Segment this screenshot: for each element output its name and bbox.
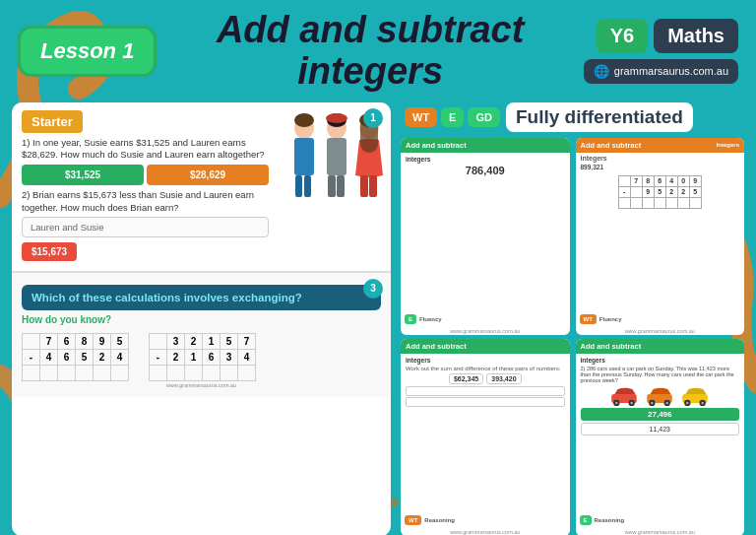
ws4-footer: www.grammarsaurus.com.au (576, 528, 745, 535)
ws1-footer: www.grammarsaurus.com.au (401, 327, 570, 335)
worksheet-column-1: Add and subtract integers 786,409 E Flue… (401, 138, 570, 535)
e-badge: E (441, 107, 464, 127)
right-panel: WT E GD Fully differentiated Add and sub… (401, 102, 744, 535)
ws1-subtitle: integers (406, 156, 565, 163)
car-icons (581, 386, 740, 406)
ws3-badge-row: WT Reasoning (401, 513, 570, 528)
lesson-badge: Lesson 1 (18, 26, 157, 77)
ws3-title: Add and subtract (406, 342, 467, 351)
ws2-body: 786409 - 95225 (576, 170, 745, 312)
ws4-answer1: 27,496 (581, 408, 740, 421)
ws4-body: integers 2) 286 cars used a car park on … (576, 354, 745, 513)
people-illustration (283, 110, 391, 252)
ws1-header: Add and subtract (401, 138, 570, 153)
lesson-slide-panel: 1 Starter 1) In one year, Susie earns $3… (12, 102, 391, 535)
worksheet-card-2: Add and subtract Integers integers 899,3… (576, 138, 745, 335)
svg-rect-20 (369, 175, 377, 197)
page-number-3: 3 (363, 279, 383, 299)
svg-rect-8 (294, 138, 314, 175)
ws2-badge-row: WT Fluency (576, 312, 745, 327)
main-title: Add and subtract integers (172, 10, 567, 93)
svg-rect-15 (337, 175, 345, 197)
ws4-header: Add and subtract (576, 339, 745, 354)
ws4-badge-label: Reasoning (595, 517, 625, 523)
website-badge: 🌐 grammarsaurus.com.au (584, 59, 738, 84)
diff-badge-section: WT E GD Fully differentiated (401, 102, 744, 132)
ws4-badge: E (580, 515, 592, 525)
header: Lesson 1 Add and subtract integers Y6 Ma… (0, 0, 756, 102)
svg-rect-13 (327, 138, 346, 175)
gd-badge: GD (468, 107, 500, 127)
badge-group: WT E GD (405, 107, 500, 127)
calc1: 76895 -46524 (22, 333, 129, 381)
ws3-badge-label: Reasoning (424, 517, 455, 523)
question1-text: 1) In one year, Susie earns $31,525 and … (22, 137, 269, 162)
ws4-badge-row: E Reasoning (576, 513, 745, 528)
ws3-header: Add and subtract (401, 339, 570, 354)
question3-sub: How do you know? (22, 314, 381, 325)
ws4-subtitle: integers (581, 357, 740, 364)
maths-badge: Maths (654, 19, 738, 53)
svg-point-11 (294, 113, 314, 127)
ws4-answer2: 11,423 (581, 423, 740, 435)
ws1-title: Add and subtract (406, 141, 467, 150)
question2-text: 2) Brian earns $15,673 less than Susie a… (22, 189, 269, 214)
ws1-badge-label: Fluency (419, 316, 442, 322)
svg-point-32 (666, 401, 669, 404)
ws2-table: 786409 - 95225 (618, 175, 702, 209)
answer-box: Lauren and Susie (22, 217, 269, 237)
ws4-question: 2) 286 cars used a car park on Sunday. T… (581, 366, 740, 383)
calc2: 32157 -21634 (149, 333, 256, 381)
question3-banner: Which of these calculations involves exc… (22, 285, 381, 310)
content-area: 1 Starter 1) In one year, Susie earns $3… (0, 102, 756, 535)
worksheet-card-1: Add and subtract integers 786,409 E Flue… (401, 138, 570, 335)
year-badge: Y6 (597, 19, 648, 53)
svg-rect-19 (360, 175, 368, 197)
money-bars: $31,525 $28,629 (22, 165, 269, 185)
worksheet-card-4: Add and subtract integers 2) 286 cars us… (576, 339, 745, 535)
fully-differentiated-label: Fully differentiated (506, 102, 693, 132)
website-text: grammarsaurus.com.au (614, 65, 728, 77)
ws3-input1 (406, 386, 565, 396)
car-icon-2 (644, 386, 675, 406)
ws3-money1: $62,345 (449, 373, 483, 384)
ws3-question: Work out the sum and difference of these… (406, 366, 565, 371)
ws2-title: Add and subtract (581, 141, 642, 150)
money-bar-2: $28,629 (147, 165, 269, 185)
ws3-badge: WT (405, 515, 421, 525)
worksheets-container: Add and subtract integers 786,409 E Flue… (401, 138, 744, 535)
svg-rect-9 (295, 175, 302, 197)
wt-badge: WT (405, 107, 437, 127)
ws3-money-pair: $62,345 393,420 (406, 373, 565, 384)
worksheet-card-3: Add and subtract integers Work out the s… (401, 339, 570, 535)
money-bar-1: $31,525 (22, 165, 144, 185)
year-maths-row: Y6 Maths (597, 19, 738, 53)
svg-point-31 (651, 401, 654, 404)
svg-point-26 (615, 401, 618, 404)
worksheet-column-2: Add and subtract Integers integers 899,3… (576, 138, 745, 535)
svg-point-17 (326, 113, 347, 123)
ws2-badge: WT (580, 314, 597, 324)
ws2-header: Add and subtract Integers (576, 138, 745, 153)
ws2-badge-label: Fluency (599, 316, 622, 322)
svg-point-37 (702, 401, 705, 404)
svg-point-36 (686, 401, 689, 404)
slide-content: 1) In one year, Susie earns $31,525 and … (12, 137, 279, 269)
ws3-money2: 393,420 (486, 373, 521, 384)
slide-footer: www.grammarsaurus.com.au (22, 381, 381, 389)
ws3-footer: www.grammarsaurus.com.au (401, 528, 570, 535)
svg-rect-14 (328, 175, 336, 197)
ws1-number: 786,409 (406, 165, 565, 176)
ws1-body: integers 786,409 (401, 153, 570, 312)
website-icon: 🌐 (594, 64, 609, 79)
title-area: Add and subtract integers (172, 10, 567, 93)
starter-header: Starter (22, 110, 83, 133)
ws2-number: 899,321 (576, 164, 745, 170)
top-right-info: Y6 Maths 🌐 grammarsaurus.com.au (584, 19, 738, 84)
ws3-input2 (406, 397, 565, 407)
page-number-1: 1 (363, 108, 383, 128)
car-icon-3 (679, 386, 711, 406)
svg-point-27 (631, 401, 634, 404)
ws2-subtitle-header: Integers (717, 142, 739, 148)
ws4-title: Add and subtract (581, 342, 642, 351)
